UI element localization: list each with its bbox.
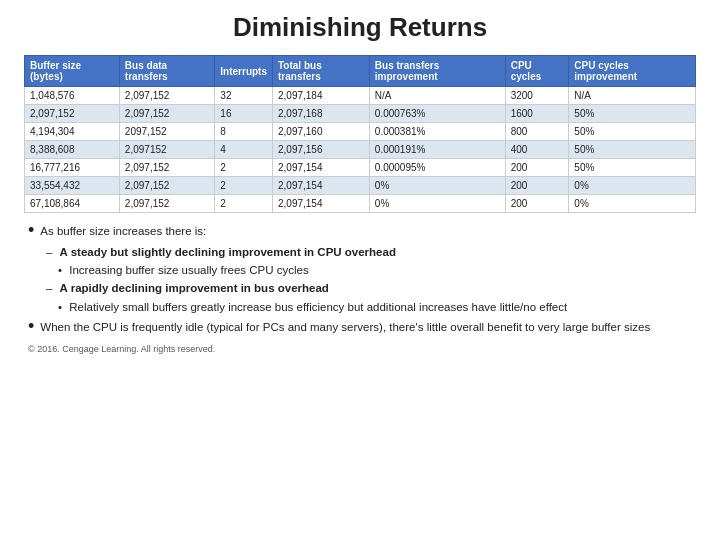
dash-2: –	[46, 282, 52, 294]
bullet-sub-1-text: A steady but slightly declining improvem…	[60, 246, 396, 258]
table-cell: 400	[505, 141, 569, 159]
table-cell: 2,097,184	[273, 87, 370, 105]
table-cell: 2	[215, 195, 273, 213]
col-cpu-cycles-improvement: CPU cycles improvement	[569, 56, 696, 87]
table-cell: 2,097,152	[25, 105, 120, 123]
footer: © 2016. Cengage Learning. All rights res…	[24, 344, 696, 354]
bullet-subsub-2-text: Relatively small buffers greatly increas…	[69, 301, 567, 313]
bullet-main-1-text: As buffer size increases there is:	[40, 223, 206, 240]
dash-1: –	[46, 246, 52, 258]
table-cell: 2,097152	[119, 141, 214, 159]
bullet-subsub-1: • Increasing buffer size usually frees C…	[28, 262, 696, 279]
table-cell: 2	[215, 177, 273, 195]
table-cell: 1,048,576	[25, 87, 120, 105]
table-cell: 1600	[505, 105, 569, 123]
table-cell: 3200	[505, 87, 569, 105]
table-cell: 0%	[569, 195, 696, 213]
page: Diminishing Returns Buffer size (bytes) …	[0, 0, 720, 540]
table-cell: 2,097,152	[119, 195, 214, 213]
table-row: 4,194,3042097,15282,097,1600.000381%8005…	[25, 123, 696, 141]
table-cell: 2,097,160	[273, 123, 370, 141]
table-cell: 2097,152	[119, 123, 214, 141]
table-cell: 2,097,154	[273, 195, 370, 213]
bullet-subsub-2: • Relatively small buffers greatly incre…	[28, 299, 696, 316]
table-cell: 2,097,154	[273, 159, 370, 177]
table-cell: 2,097,152	[119, 159, 214, 177]
table-cell: 16	[215, 105, 273, 123]
circle-2: •	[58, 301, 62, 313]
table-cell: 0.000095%	[369, 159, 505, 177]
bullet-sub-2-bold: A rapidly declining improvement in bus o…	[60, 282, 329, 294]
page-title: Diminishing Returns	[24, 12, 696, 43]
table-row: 16,777,2162,097,15222,097,1540.000095%20…	[25, 159, 696, 177]
table-cell: 200	[505, 195, 569, 213]
bullet-subsub-1-text: Increasing buffer size usually frees CPU…	[69, 264, 308, 276]
table-cell: 2,097,156	[273, 141, 370, 159]
table-cell: 0%	[369, 195, 505, 213]
table-row: 8,388,6082,09715242,097,1560.000191%4005…	[25, 141, 696, 159]
bullet-sub-2: – A rapidly declining improvement in bus…	[28, 280, 696, 297]
table-cell: 8	[215, 123, 273, 141]
col-interrupts: Interrupts	[215, 56, 273, 87]
table-cell: 8,388,608	[25, 141, 120, 159]
col-bus-transfers-improvement: Bus transfers improvement	[369, 56, 505, 87]
data-table: Buffer size (bytes) Bus data transfers I…	[24, 55, 696, 213]
table-cell: 0.000191%	[369, 141, 505, 159]
col-total-bus-transfers: Total bus transfers	[273, 56, 370, 87]
table-cell: 0.000381%	[369, 123, 505, 141]
table-cell: 16,777,216	[25, 159, 120, 177]
bullet-main-2: • When the CPU is frequently idle (typic…	[28, 319, 696, 336]
bullet-sub-1: – A steady but slightly declining improv…	[28, 244, 696, 261]
table-cell: 50%	[569, 105, 696, 123]
table-cell: 50%	[569, 141, 696, 159]
table-cell: 4	[215, 141, 273, 159]
table-cell: N/A	[569, 87, 696, 105]
bullet-section: • As buffer size increases there is: – A…	[24, 223, 696, 336]
bullet-main-1: • As buffer size increases there is:	[28, 223, 696, 240]
table-cell: 200	[505, 177, 569, 195]
bullet-sub-2-text: A rapidly declining improvement in bus o…	[60, 282, 329, 294]
table-cell: 2,097,154	[273, 177, 370, 195]
table-cell: 2	[215, 159, 273, 177]
circle-1: •	[58, 264, 62, 276]
bullet-dot-2: •	[28, 317, 34, 335]
bullet-dot-1: •	[28, 221, 34, 239]
table-row: 2,097,1522,097,152162,097,1680.000763%16…	[25, 105, 696, 123]
table-cell: 33,554,432	[25, 177, 120, 195]
table-cell: 2,097,152	[119, 87, 214, 105]
table-cell: 2,097,152	[119, 105, 214, 123]
bullet-sub-1-bold: A steady but slightly declining improvem…	[60, 246, 396, 258]
table-cell: 0%	[569, 177, 696, 195]
col-cpu-cycles: CPU cycles	[505, 56, 569, 87]
table-row: 1,048,5762,097,152322,097,184N/A3200N/A	[25, 87, 696, 105]
table-row: 67,108,8642,097,15222,097,1540%2000%	[25, 195, 696, 213]
table-header-row: Buffer size (bytes) Bus data transfers I…	[25, 56, 696, 87]
table-cell: 0.000763%	[369, 105, 505, 123]
table-cell: N/A	[369, 87, 505, 105]
table-cell: 200	[505, 159, 569, 177]
table-cell: 0%	[369, 177, 505, 195]
table-cell: 50%	[569, 123, 696, 141]
table-cell: 2,097,152	[119, 177, 214, 195]
table-row: 33,554,4322,097,15222,097,1540%2000%	[25, 177, 696, 195]
col-buffer-size: Buffer size (bytes)	[25, 56, 120, 87]
table-cell: 800	[505, 123, 569, 141]
table-cell: 2,097,168	[273, 105, 370, 123]
table-cell: 67,108,864	[25, 195, 120, 213]
col-bus-data-transfers: Bus data transfers	[119, 56, 214, 87]
table-cell: 32	[215, 87, 273, 105]
table-cell: 4,194,304	[25, 123, 120, 141]
table-cell: 50%	[569, 159, 696, 177]
bullet-main-2-text: When the CPU is frequently idle (typical…	[40, 319, 650, 336]
